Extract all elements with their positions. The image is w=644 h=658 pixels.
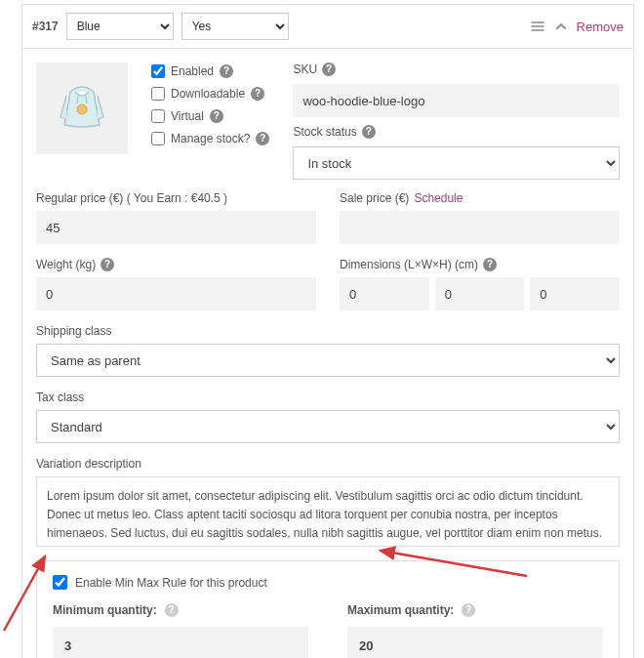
weight-input[interactable] [36, 277, 316, 310]
min-qty-label: Minimum quantity: ? [53, 603, 308, 617]
minmax-box: Enable Min Max Rule for this product Min… [36, 560, 620, 658]
help-icon[interactable]: ? [256, 132, 269, 145]
variation-thumbnail[interactable] [36, 62, 128, 154]
sale-price-input[interactable] [340, 211, 620, 244]
regular-price-label: Regular price (€) ( You Earn : €40.5 ) [36, 191, 316, 205]
attribute-logo-select[interactable]: Yes [181, 13, 289, 40]
help-icon[interactable]: ? [462, 603, 475, 617]
stock-status-label: Stock status ? [293, 125, 620, 139]
virtual-label: Virtual [171, 109, 204, 123]
variation-description-label: Variation description [36, 457, 620, 471]
enable-minmax-label: Enable Min Max Rule for this product [75, 576, 267, 590]
manage-stock-checkbox-row[interactable]: Manage stock? ? [151, 132, 269, 145]
enable-minmax-row[interactable]: Enable Min Max Rule for this product [53, 575, 603, 590]
help-icon[interactable]: ? [322, 62, 336, 76]
help-icon[interactable]: ? [362, 125, 376, 139]
manage-stock-label: Manage stock? [171, 132, 250, 145]
enabled-checkbox[interactable] [151, 64, 165, 78]
sku-label: SKU ? [293, 62, 620, 76]
weight-label: Weight (kg) ? [36, 258, 316, 271]
manage-stock-checkbox[interactable] [151, 132, 165, 145]
dimensions-label: Dimensions (L×W×H) (cm) ? [340, 258, 620, 271]
variation-description-textarea[interactable] [36, 476, 620, 547]
downloadable-checkbox-row[interactable]: Downloadable ? [151, 87, 269, 101]
stock-status-select[interactable]: In stock [293, 146, 620, 180]
help-icon[interactable]: ? [220, 64, 233, 78]
help-icon[interactable]: ? [101, 258, 114, 271]
virtual-checkbox-row[interactable]: Virtual ? [151, 109, 269, 123]
max-qty-label: Maximum quantity: ? [347, 603, 603, 617]
attribute-color-select[interactable]: Blue [66, 13, 174, 40]
schedule-link[interactable]: Schedule [414, 191, 463, 205]
sku-input[interactable] [293, 84, 620, 117]
max-qty-input[interactable] [347, 627, 603, 658]
downloadable-checkbox[interactable] [151, 87, 165, 101]
menu-icon[interactable] [530, 19, 545, 34]
sale-price-label: Sale price (€) Schedule [340, 191, 620, 205]
tax-class-label: Tax class [36, 391, 620, 404]
collapse-icon[interactable] [553, 19, 569, 34]
enable-minmax-checkbox[interactable] [53, 575, 67, 590]
dimension-width-input[interactable] [435, 277, 525, 310]
regular-price-input[interactable] [36, 211, 316, 244]
svg-point-0 [77, 104, 87, 114]
dimension-height-input[interactable] [530, 277, 620, 310]
help-icon[interactable]: ? [165, 603, 179, 617]
tax-class-select[interactable]: Standard [36, 410, 620, 443]
remove-variation-link[interactable]: Remove [577, 20, 624, 34]
enabled-checkbox-row[interactable]: Enabled ? [151, 64, 269, 78]
help-icon[interactable]: ? [251, 87, 264, 101]
downloadable-label: Downloadable [171, 87, 245, 101]
shipping-class-label: Shipping class [36, 324, 620, 338]
dimension-length-input[interactable] [340, 277, 429, 310]
variation-id: #317 [32, 20, 59, 33]
enabled-label: Enabled [171, 64, 214, 78]
min-qty-input[interactable] [53, 627, 308, 658]
help-icon[interactable]: ? [483, 258, 497, 271]
shipping-class-select[interactable]: Same as parent [36, 344, 620, 377]
variation-header: #317 Blue Yes Remove [22, 5, 633, 49]
help-icon[interactable]: ? [210, 109, 223, 123]
virtual-checkbox[interactable] [151, 109, 165, 123]
